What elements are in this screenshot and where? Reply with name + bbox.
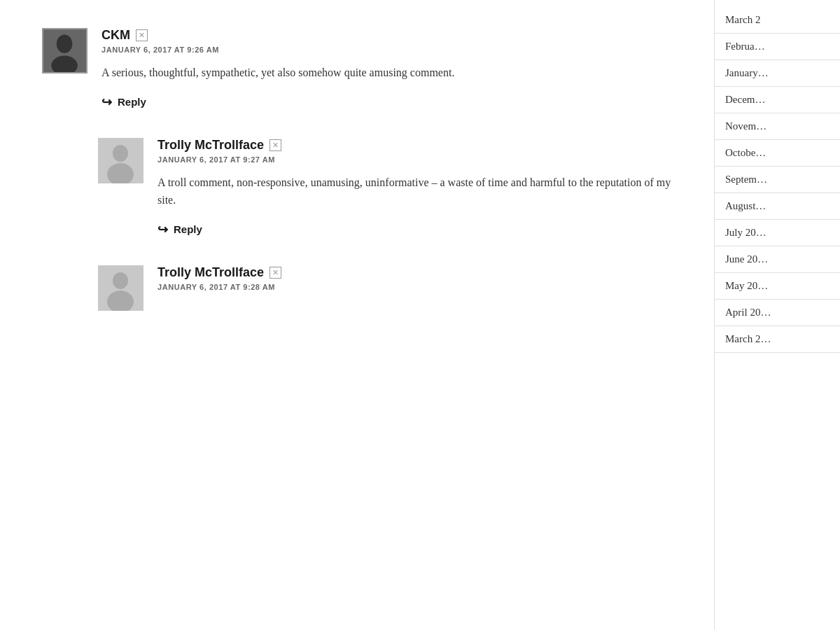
sidebar-item-january[interactable]: January… [715,60,840,87]
sidebar-item-july[interactable]: July 20… [715,220,840,246]
comment-flag: ✕ [136,29,148,41]
comment-date: JANUARY 6, 2017 AT 9:26 AM [102,46,686,54]
sidebar-item-december[interactable]: Decem… [715,87,840,113]
comment-item: CKM ✕ JANUARY 6, 2017 AT 9:26 AM A serio… [42,14,686,124]
sidebar-item-march[interactable]: March 2 [715,7,840,34]
comment-author: CKM [102,28,130,43]
comment-date: JANUARY 6, 2017 AT 9:28 AM [158,283,686,291]
reply-label: Reply [118,96,146,108]
comment-body: Trolly McTrollface ✕ JANUARY 6, 2017 AT … [158,265,686,311]
comment-date: JANUARY 6, 2017 AT 9:27 AM [158,155,686,164]
avatar [42,28,88,74]
comment-item: Trolly McTrollface ✕ JANUARY 6, 2017 AT … [98,124,686,251]
comment-author: Trolly McTrollface [158,138,264,153]
comment-header: CKM ✕ [102,28,686,43]
sidebar-item-october[interactable]: Octobe… [715,140,840,167]
comment-flag: ✕ [270,267,281,279]
sidebar-item-march-2016[interactable]: March 2… [715,326,840,353]
reply-label: Reply [174,223,202,235]
avatar [98,265,144,311]
comment-header: Trolly McTrollface ✕ [158,138,686,153]
svg-point-4 [113,145,128,162]
sidebar-item-april[interactable]: April 20… [715,300,840,326]
comment-text: A serious, thoughtful, sympathetic, yet … [102,64,686,82]
sidebar-item-november[interactable]: Novem… [715,113,840,140]
sidebar-item-february[interactable]: Februa… [715,34,840,60]
comment-author: Trolly McTrollface [158,265,264,280]
comment-body: CKM ✕ JANUARY 6, 2017 AT 9:26 AM A serio… [102,28,686,110]
sidebar-item-june[interactable]: June 20… [715,246,840,273]
svg-point-1 [57,35,73,53]
sidebar-item-may[interactable]: May 20… [715,273,840,300]
sidebar-item-september[interactable]: Septem… [715,167,840,193]
sidebar-item-august[interactable]: August… [715,193,840,220]
comment-body: Trolly McTrollface ✕ JANUARY 6, 2017 AT … [158,138,686,237]
svg-point-7 [113,272,128,289]
comment-flag: ✕ [270,139,281,151]
comment-item: Trolly McTrollface ✕ JANUARY 6, 2017 AT … [98,251,686,325]
reply-arrow-icon: ↩ [158,222,168,237]
avatar [98,138,144,183]
reply-button[interactable]: ↩ Reply [158,222,686,237]
reply-button[interactable]: ↩ Reply [102,94,686,110]
comment-header: Trolly McTrollface ✕ [158,265,686,280]
comment-text: A troll comment, non-responsive, unamusi… [158,174,686,209]
sidebar: March 2 Februa… January… Decem… Novem… O… [714,0,840,630]
comments-section: CKM ✕ JANUARY 6, 2017 AT 9:26 AM A serio… [0,0,714,630]
reply-arrow-icon: ↩ [102,94,112,110]
